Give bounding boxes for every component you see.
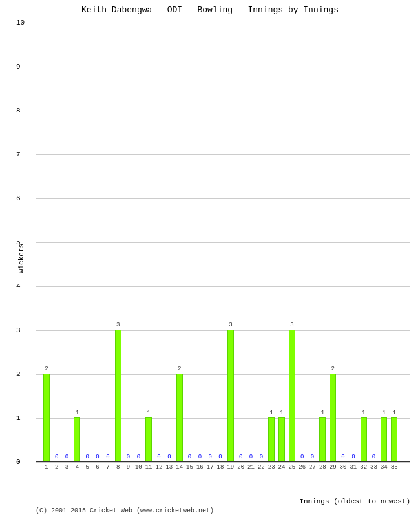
bar-28	[319, 417, 326, 461]
bar-35	[391, 417, 397, 461]
y-tick-4: 4	[16, 282, 417, 290]
chart-title: Keith Dabengwa – ODI – Bowling – Innings…	[0, 0, 420, 17]
bar-32	[361, 417, 367, 461]
y-tick-0: 0	[16, 458, 417, 466]
y-tick-6: 6	[16, 195, 417, 202]
bar-8	[115, 330, 121, 461]
y-axis-label: Wickets	[17, 244, 25, 273]
bar-4	[74, 417, 80, 461]
bar-23	[268, 417, 275, 461]
bar-11	[145, 417, 152, 461]
chart-container: Keith Dabengwa – ODI – Bowling – Innings…	[0, 0, 420, 517]
y-tick-2: 2	[16, 370, 417, 378]
bar-34	[381, 417, 387, 461]
y-tick-8: 8	[16, 107, 417, 114]
y-tick-7: 7	[16, 151, 417, 158]
y-tick-5: 5	[16, 238, 417, 246]
y-tick-10: 10	[16, 19, 417, 26]
x-axis-label: Innings (oldest to newest)	[299, 498, 410, 505]
bar-25	[289, 330, 295, 461]
y-tick-9: 9	[16, 63, 417, 70]
y-tick-3: 3	[16, 326, 417, 334]
y-tick-1: 1	[16, 414, 417, 422]
bar-24	[278, 417, 285, 461]
bar-19	[227, 330, 234, 461]
copyright-label: (C) 2001-2015 Cricket Web (www.cricketwe…	[36, 507, 214, 514]
